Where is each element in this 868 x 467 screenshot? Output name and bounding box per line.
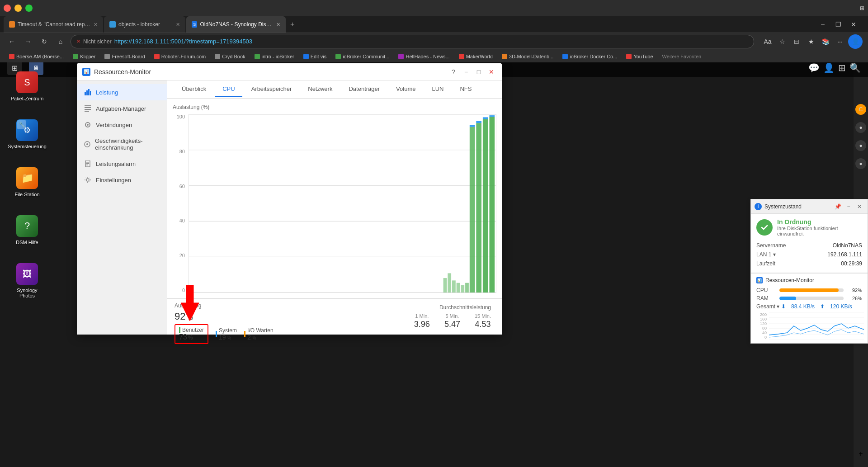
bookmark-makerworld[interactable]: MakerWorld (455, 53, 496, 60)
tab-lun[interactable]: LUN (425, 82, 451, 97)
home-btn[interactable]: ⌂ (54, 35, 67, 48)
dsm-user-icon[interactable]: 👤 (823, 62, 835, 73)
right-icon-1[interactable]: C (855, 104, 866, 115)
system-status-content: In Ordnung Ihre DiskStation funktioniert… (751, 214, 868, 273)
cpu-value: 92% (846, 288, 862, 293)
status-title: In Ordnung (777, 218, 862, 226)
tab-favicon-1 (9, 21, 15, 28)
split-view-icon[interactable]: ⊟ (790, 35, 803, 48)
bookmark-klipper[interactable]: Klipper (69, 53, 99, 60)
bookmark-editvis[interactable]: Edit vis (300, 53, 330, 60)
tab-cpu[interactable]: CPU (215, 82, 242, 97)
gesamt-label[interactable]: Gesamt ▾ (756, 303, 781, 310)
browser-tab-3[interactable]: S OldNo7NAS - Synology DiskStat... ✕ (186, 16, 286, 33)
browser-tab-1[interactable]: Timeout & "Cannot read reposit... ✕ (4, 16, 103, 33)
desktop-icon-systemsteuerung[interactable]: ⚙ 🔧 Systemsteuerung (7, 116, 47, 153)
tab-überblick[interactable]: Überblick (175, 82, 213, 97)
right-icon-2[interactable]: ● (855, 122, 866, 133)
minimize-btn[interactable]: − (461, 67, 471, 77)
tab-volume[interactable]: Volume (389, 82, 423, 97)
back-btn[interactable]: ← (5, 35, 18, 48)
sidebar-item-geschwindigkeit[interactable]: Geschwindigkeits-einschränkung (77, 133, 167, 156)
address-bar[interactable]: https://192.168.1.111:5001/?timestamp=17… (114, 38, 252, 45)
widget-close-btn[interactable]: ✕ (855, 202, 864, 211)
favorites-icon[interactable]: ★ (805, 35, 817, 48)
dsm-search-icon[interactable]: 🔍 (849, 62, 861, 73)
bookmark-roboter[interactable]: Roboter-Forum.com (151, 53, 209, 60)
lan-value: 192.168.1.111 (805, 250, 862, 259)
browser-close-btn[interactable]: ✕ (846, 17, 861, 32)
svg-rect-15 (86, 165, 88, 165)
bookmark-3dmodell[interactable]: 3D-Modell-Datenb... (498, 53, 557, 60)
browser-minimize-btn[interactable]: − (816, 17, 830, 32)
chart-svg (189, 114, 496, 293)
tab-netzwerk[interactable]: Netzwerk (301, 82, 340, 97)
benutzer-bar (179, 327, 180, 333)
browser-tab-2[interactable]: objects - iobroker ✕ (104, 16, 185, 33)
close-window-btn[interactable] (4, 5, 11, 12)
io-stat: I/O Warten 2 % (244, 324, 274, 344)
bookmark-iobrokerdocker[interactable]: ioBroker Docker Co... (559, 53, 621, 60)
new-tab-btn[interactable]: + (287, 16, 298, 33)
sidebar-item-einstellungen[interactable]: Einstellungen (77, 172, 167, 188)
bookmark-youtube[interactable]: YouTube (623, 53, 656, 60)
bookmark-freesoft[interactable]: Freesoft-Board (101, 53, 148, 60)
desktop-icon-filestation[interactable]: 📁 File Station (7, 164, 47, 201)
help-btn[interactable]: ? (448, 67, 458, 77)
tab-nfs[interactable]: NFS (453, 82, 479, 97)
ram-label: RAM (756, 295, 777, 302)
dsm-chat-icon[interactable]: 💬 (808, 62, 820, 73)
bookmark-boerse[interactable]: Boerse.AM (Boerse... (5, 53, 67, 60)
sidebar-label-leistungsalarm: Leistungsalarm (96, 160, 136, 167)
window-body: Leistung Aufgaben-Manager Verbindungen (77, 80, 502, 335)
bookmarks-bar: Boerse.AM (Boerse... Klipper Freesoft-Bo… (0, 50, 868, 62)
leistungsalarm-icon (84, 160, 91, 167)
tab-close-1[interactable]: ✕ (94, 22, 98, 28)
status-ok-icon (756, 219, 773, 236)
sidebar-item-verbindungen[interactable]: Verbindungen (77, 117, 167, 133)
lan-label[interactable]: LAN 1 ▾ (756, 250, 805, 259)
right-icon-3[interactable]: ● (855, 140, 866, 151)
sidebar-item-leistungsalarm[interactable]: Leistungsalarm (77, 156, 167, 172)
svg-rect-14 (86, 163, 89, 164)
right-icon-bottom[interactable]: + (859, 450, 863, 467)
tab-close-3[interactable]: ✕ (276, 22, 280, 28)
dsm-grid-icon[interactable]: ⊞ (838, 62, 846, 73)
bookmark-icon[interactable]: ☆ (776, 35, 788, 48)
tab-close-2[interactable]: ✕ (176, 22, 180, 28)
more-bookmarks[interactable]: Weitere Favoriten (662, 54, 702, 59)
right-icon-4[interactable]: ● (855, 158, 866, 169)
tab-datenträger[interactable]: Datenträger (341, 82, 387, 97)
svg-rect-23 (470, 127, 475, 292)
svg-rect-28 (476, 121, 481, 123)
minimize-window-btn[interactable] (14, 5, 22, 12)
tab-arbeitsspeicher[interactable]: Arbeitsspeicher (244, 82, 299, 97)
benutzer-label: Benutzer (182, 327, 204, 333)
maximize-window-btn[interactable] (25, 5, 33, 12)
widget-pin-btn[interactable]: 📌 (833, 202, 842, 211)
bookmark-hellhades[interactable]: HellHades - News... (395, 53, 453, 60)
reader-mode-icon[interactable]: Aa (761, 35, 774, 48)
bookmark-iobroker[interactable]: ioBroker Communit... (332, 53, 393, 60)
reload-btn[interactable]: ↻ (38, 35, 51, 48)
desktop-icon-dsmhilfe[interactable]: ? DSM Hilfe (7, 212, 47, 249)
collections-icon[interactable]: 📚 (819, 35, 832, 48)
sidebar-item-aufgaben[interactable]: Aufgaben-Manager (77, 100, 167, 117)
bookmark-cryd[interactable]: Cryd Book (211, 53, 249, 60)
browser-chrome: ⊞ Timeout & "Cannot read reposit... ✕ ob… (0, 0, 868, 59)
desktop-icon-paket[interactable]: S Paket-Zentrum (7, 68, 47, 105)
bookmark-intro[interactable]: intro - ioBroker (251, 53, 298, 60)
widget-minimize-btn[interactable]: − (844, 202, 853, 211)
avg-values: 1 Min. 3.96 5 Min. 5.47 15 Min. 4.53 (414, 313, 491, 329)
browser-restore-btn[interactable]: ❐ (831, 17, 845, 32)
desktop-icon-synologyphotos[interactable]: 🖼 Synology Photos (7, 259, 47, 302)
sidebar-item-leistung[interactable]: Leistung (77, 84, 167, 100)
avg-title: Durchschnittsleistung (414, 304, 491, 311)
restore-btn[interactable]: □ (474, 67, 484, 77)
window-controls: ? − □ ✕ (448, 67, 496, 77)
profile-icon[interactable]: 👤 (848, 34, 863, 49)
close-btn[interactable]: ✕ (486, 67, 496, 77)
forward-btn[interactable]: → (22, 35, 34, 48)
more-btn[interactable]: ··· (834, 35, 846, 48)
sidebar: Leistung Aufgaben-Manager Verbindungen (77, 80, 167, 335)
